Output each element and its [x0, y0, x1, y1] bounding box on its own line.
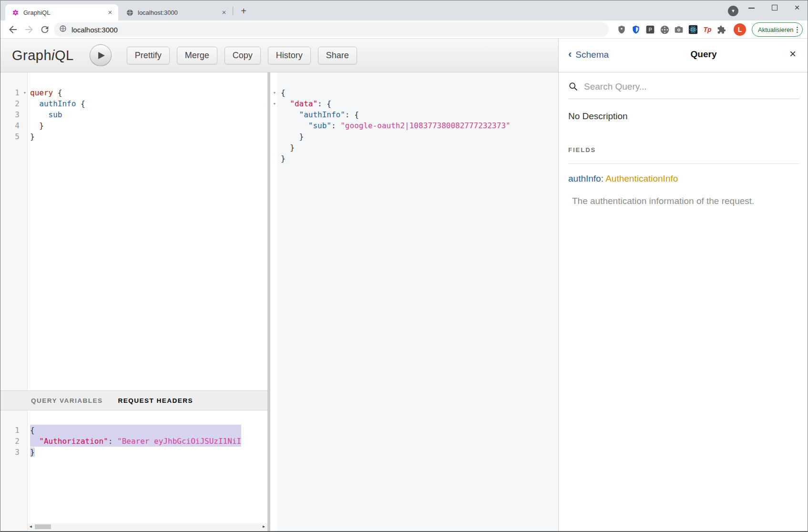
fields-divider: [568, 164, 799, 164]
gutter-row: ▾: [270, 98, 277, 109]
code-line[interactable]: "sub": "google-oauth2|108377380082777232…: [281, 120, 511, 131]
query-editor-gutter: 1▾2345: [0, 72, 28, 390]
bitwarden-shield-icon[interactable]: [630, 24, 642, 35]
svg-text:P: P: [648, 27, 652, 32]
docs-title: Query: [680, 49, 727, 60]
tab-separator: [233, 7, 233, 15]
back-icon[interactable]: [7, 24, 19, 35]
reload-icon[interactable]: [40, 24, 50, 35]
history-button[interactable]: History: [268, 47, 311, 64]
graphiql-topbar: GraphiQL PrettifyMergeCopyHistoryShare: [0, 39, 558, 72]
code-line[interactable]: query {: [30, 87, 85, 98]
play-icon: [97, 51, 105, 60]
globe-icon: [126, 9, 134, 17]
camera-icon[interactable]: [673, 24, 685, 35]
scroll-right-arrow[interactable]: ▶: [261, 523, 267, 530]
tab-request-headers[interactable]: REQUEST HEADERS: [118, 397, 194, 404]
forward-icon[interactable]: [23, 24, 35, 35]
share-button[interactable]: Share: [318, 47, 357, 64]
gutter-row: 4: [0, 120, 27, 131]
code-line[interactable]: }: [281, 153, 511, 164]
address-input[interactable]: [72, 26, 501, 34]
chevron-down-icon[interactable]: ▼: [728, 6, 738, 16]
close-icon[interactable]: ×: [789, 47, 796, 61]
line-number: 5: [15, 131, 20, 142]
gutter-row: 2: [0, 98, 27, 109]
line-number: 2: [15, 98, 20, 109]
gutter-row: 1: [0, 425, 27, 436]
profile-avatar[interactable]: L: [734, 23, 746, 36]
gutter-row: 5: [0, 131, 27, 142]
gutter-row: 3: [0, 447, 27, 458]
merge-button[interactable]: Merge: [177, 47, 217, 64]
code-line[interactable]: sub: [30, 109, 85, 120]
tab-query-variables[interactable]: QUERY VARIABLES: [31, 397, 103, 404]
code-line[interactable]: authInfo {: [30, 98, 85, 109]
close-icon[interactable]: ×: [220, 8, 228, 17]
result-viewer[interactable]: ▾▾ { "data": { "authInfo": { "sub": "goo…: [270, 72, 558, 532]
horizontal-scrollbar[interactable]: ◀ ▶: [28, 523, 267, 530]
scrollbar-thumb[interactable]: [35, 524, 51, 529]
fold-arrow-icon[interactable]: ▾: [273, 87, 276, 98]
query-editor[interactable]: 1▾2345 query { authInfo { sub }}: [0, 72, 267, 390]
fold-arrow-icon[interactable]: ▾: [273, 98, 276, 109]
headers-editor-gutter: 123: [0, 410, 28, 532]
code-line[interactable]: }: [281, 142, 511, 153]
search-icon: [568, 82, 578, 92]
code-line[interactable]: }: [30, 120, 85, 131]
chevron-left-icon: ‹: [568, 48, 572, 61]
react-devtools-icon[interactable]: [687, 24, 699, 35]
close-icon[interactable]: ×: [106, 8, 114, 17]
tab-localhost[interactable]: localhost:3000 ×: [120, 4, 232, 20]
tab-strip: GraphiQL × localhost:3000 × + ▼ ×: [0, 0, 808, 20]
code-line[interactable]: }: [30, 447, 241, 458]
docs-search-input[interactable]: [584, 82, 775, 92]
docs-panel: ‹ Schema Query × No Description FIELDS a…: [558, 39, 808, 532]
copy-button[interactable]: Copy: [225, 47, 261, 64]
line-number: 3: [15, 109, 20, 120]
docs-search: [568, 74, 799, 99]
move-tool-icon[interactable]: [659, 24, 670, 35]
result-fold-gutter: ▾▾: [270, 72, 277, 532]
tab-graphiql[interactable]: GraphiQL ×: [5, 4, 118, 20]
code-line[interactable]: "Authorization": "Bearer eyJhbGciOiJSUzI…: [30, 436, 241, 447]
graphiql-logo-icon: [11, 9, 20, 17]
field-separator: :: [601, 174, 606, 184]
execute-button[interactable]: [90, 44, 112, 66]
ublock-shield-icon[interactable]: [616, 24, 627, 35]
field-type-link[interactable]: AuthenticationInfo: [605, 174, 678, 184]
update-button[interactable]: Aktualisieren: [752, 22, 803, 37]
prettify-button[interactable]: Prettify: [127, 47, 170, 64]
proxy-p-icon[interactable]: P: [644, 24, 656, 35]
code-line[interactable]: }: [30, 131, 85, 142]
kebab-menu-icon: [797, 27, 798, 33]
code-line[interactable]: {: [30, 425, 241, 436]
code-line[interactable]: {: [281, 87, 511, 98]
line-number: 2: [15, 436, 20, 447]
field-description: The authentication information of the re…: [572, 196, 754, 206]
field-name-link[interactable]: authInfo: [568, 174, 601, 184]
code-line[interactable]: "authInfo": {: [281, 109, 511, 120]
variables-tab-bar: QUERY VARIABLESREQUEST HEADERS: [0, 390, 267, 410]
minimize-button[interactable]: [742, 0, 761, 16]
address-bar[interactable]: [54, 22, 609, 37]
new-tab-button[interactable]: +: [237, 5, 250, 18]
fields-heading: FIELDS: [568, 146, 596, 153]
code-line[interactable]: "data": {: [281, 98, 511, 109]
no-description-text: No Description: [568, 111, 628, 122]
gutter-row: 2: [0, 436, 27, 447]
tampermonkey-tp-icon[interactable]: Tp: [702, 24, 713, 35]
fold-arrow-icon[interactable]: ▾: [23, 87, 26, 98]
gutter-row: [270, 131, 277, 142]
extensions-puzzle-icon[interactable]: [716, 24, 727, 35]
gutter-row: [270, 109, 277, 120]
tab-title: GraphiQL: [23, 9, 106, 16]
browser-window: GraphiQL × localhost:3000 × + ▼ ×: [0, 0, 808, 532]
code-line[interactable]: }: [281, 131, 511, 142]
maximize-button[interactable]: [765, 0, 784, 16]
docs-back-link[interactable]: ‹ Schema: [568, 49, 609, 61]
request-headers-editor[interactable]: 123 { "Authorization": "Bearer eyJhbGciO…: [0, 410, 267, 532]
window-close-button[interactable]: ×: [787, 0, 807, 16]
scroll-left-arrow[interactable]: ◀: [28, 523, 34, 530]
docs-header: ‹ Schema Query ×: [559, 39, 808, 72]
